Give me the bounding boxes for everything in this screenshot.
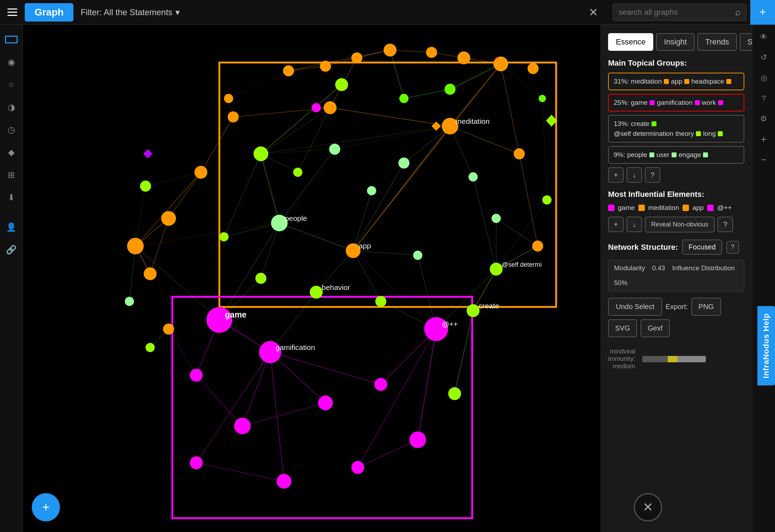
node[interactable]: [367, 186, 376, 195]
gear-right-icon[interactable]: ⚙: [757, 112, 771, 126]
export-png-button[interactable]: PNG: [691, 298, 721, 316]
node[interactable]: [144, 267, 157, 280]
node[interactable]: [253, 146, 268, 161]
target-right-icon[interactable]: ◎: [757, 71, 771, 85]
node[interactable]: [426, 47, 437, 58]
reveal-nonobvious-button[interactable]: Reveal Non-obvious: [645, 217, 715, 232]
behavior-node[interactable]: [310, 286, 323, 299]
influential-help-button[interactable]: ?: [717, 217, 733, 232]
node[interactable]: [492, 214, 501, 223]
node[interactable]: [539, 95, 546, 102]
diamond-node2[interactable]: [143, 149, 152, 158]
node[interactable]: [190, 457, 203, 470]
node[interactable]: [384, 44, 397, 57]
create-node[interactable]: [467, 304, 480, 317]
diamond-sidebar-icon[interactable]: ◆: [4, 145, 19, 160]
node[interactable]: [375, 296, 386, 307]
close-filter-button[interactable]: ✕: [584, 4, 602, 21]
search-input[interactable]: [619, 8, 732, 17]
influential-down-button[interactable]: ↓: [626, 217, 642, 232]
node[interactable]: [228, 111, 239, 122]
chat-button-bottom-left[interactable]: +: [32, 493, 60, 521]
node[interactable]: [125, 297, 134, 306]
node[interactable]: [399, 94, 408, 103]
refresh-right-icon[interactable]: ↺: [757, 50, 771, 65]
add-chat-button[interactable]: +: [750, 0, 775, 25]
node[interactable]: [190, 369, 203, 382]
export-gexf-button[interactable]: Gexf: [641, 319, 669, 337]
node[interactable]: [468, 172, 477, 181]
topical-down-button[interactable]: ↓: [626, 167, 642, 183]
node[interactable]: [413, 251, 422, 260]
node[interactable]: [283, 65, 294, 76]
link-sidebar-icon[interactable]: 🔗: [4, 242, 19, 258]
node[interactable]: [329, 144, 340, 155]
circle-sidebar-icon[interactable]: ○: [4, 77, 19, 92]
clock-sidebar-icon[interactable]: ◷: [4, 122, 19, 138]
topical-group-4[interactable]: 9%: people user engage: [608, 146, 744, 164]
network-help-button[interactable]: ?: [726, 241, 739, 254]
eye-sidebar-icon[interactable]: ◉: [4, 54, 19, 70]
node[interactable]: [320, 61, 331, 72]
node[interactable]: [448, 387, 461, 400]
node[interactable]: [220, 232, 229, 241]
node[interactable]: [351, 461, 364, 474]
half-circle-sidebar-icon[interactable]: ◑: [4, 99, 19, 115]
node[interactable]: [542, 195, 552, 205]
eye-right-icon[interactable]: 👁: [757, 30, 771, 44]
topical-group-3[interactable]: 13%: create @self determination theory l…: [608, 115, 744, 143]
node[interactable]: [444, 84, 455, 95]
node[interactable]: [528, 63, 539, 74]
graph-canvas[interactable]: meditation people app @self determi crea…: [23, 25, 600, 532]
node[interactable]: [224, 94, 233, 103]
node[interactable]: [514, 148, 525, 159]
export-svg-button[interactable]: SVG: [608, 319, 637, 337]
node[interactable]: [163, 324, 174, 334]
topical-group-1[interactable]: 31%: meditation app headspace: [608, 73, 744, 90]
close-button-bottom-right[interactable]: ✕: [634, 493, 662, 521]
plus-right-icon[interactable]: +: [757, 132, 771, 146]
node[interactable]: [256, 273, 266, 284]
tab-insight[interactable]: Insight: [656, 33, 695, 51]
app-node[interactable]: [346, 243, 361, 258]
question-right-icon[interactable]: ?: [757, 91, 771, 105]
node[interactable]: [398, 157, 409, 168]
tab-stats[interactable]: Stats: [740, 33, 752, 51]
undo-select-button[interactable]: Undo Select: [608, 298, 662, 316]
node[interactable]: [293, 168, 302, 177]
svg-line-0: [330, 108, 450, 126]
node[interactable]: [127, 238, 144, 254]
node[interactable]: [374, 378, 388, 391]
infranodus-help-tab[interactable]: InfraNodus Help: [757, 306, 775, 386]
graph-tab[interactable]: Graph: [25, 3, 73, 22]
node[interactable]: [335, 78, 348, 91]
node[interactable]: [234, 418, 251, 434]
download-sidebar-icon[interactable]: ⬇: [4, 190, 19, 205]
influential-add-button[interactable]: +: [608, 217, 624, 232]
node[interactable]: [493, 56, 508, 71]
node[interactable]: [409, 431, 426, 448]
node[interactable]: [277, 474, 292, 489]
node[interactable]: [194, 166, 208, 179]
self-determi-node[interactable]: [490, 263, 503, 276]
node[interactable]: [324, 101, 337, 114]
minus-right-icon[interactable]: −: [757, 153, 771, 167]
filter-button[interactable]: Filter: All the Statements ▾: [80, 7, 179, 17]
topical-help-button[interactable]: ?: [645, 167, 660, 183]
node[interactable]: [140, 181, 151, 192]
topical-add-button[interactable]: +: [608, 167, 624, 183]
node[interactable]: [351, 52, 362, 63]
node[interactable]: [532, 241, 543, 252]
node[interactable]: [318, 395, 333, 410]
node[interactable]: [145, 343, 155, 352]
node[interactable]: [312, 103, 321, 112]
topical-group-2[interactable]: 25%: game gamification work: [608, 94, 744, 111]
node[interactable]: [457, 52, 470, 65]
tab-trends[interactable]: Trends: [697, 33, 737, 51]
user-sidebar-icon[interactable]: 👤: [4, 219, 19, 235]
tab-essence[interactable]: Essence: [608, 33, 653, 51]
rectangle-select-icon[interactable]: [4, 32, 19, 47]
grid-sidebar-icon[interactable]: ⊞: [4, 167, 19, 183]
node[interactable]: [161, 211, 176, 226]
menu-button[interactable]: [0, 0, 25, 25]
